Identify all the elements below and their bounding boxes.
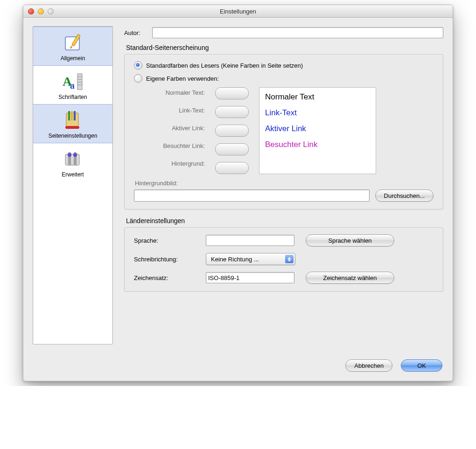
sidebar-item-label: Seiteneinstellungen <box>35 133 111 139</box>
sidebar-item-page-settings[interactable]: Seiteneinstellungen <box>33 104 112 143</box>
ok-button[interactable]: OK <box>401 359 442 372</box>
radio-icon <box>134 61 142 70</box>
svg-text:a: a <box>70 80 75 91</box>
color-well-normal[interactable] <box>215 87 249 99</box>
radio-reader-colors[interactable]: Standardfarben des Lesers (Keine Farben … <box>134 61 434 70</box>
sidebar-item-fonts[interactable]: A a Schriftarten <box>33 66 112 104</box>
preview-visited: Besuchter Link <box>265 140 370 149</box>
language-input[interactable] <box>206 235 294 246</box>
color-well-active[interactable] <box>215 125 249 137</box>
zoom-icon[interactable] <box>48 8 54 14</box>
compose-icon <box>35 32 111 54</box>
appearance-group-title: Standard-Seitenerscheinung <box>126 44 443 51</box>
color-label-background: Hintergrund: <box>144 158 205 169</box>
color-preview: Normaler Text Link-Text Aktiver Link Bes… <box>259 87 376 174</box>
cancel-button[interactable]: Abbrechen <box>345 359 392 372</box>
svg-rect-15 <box>65 154 79 165</box>
advanced-icon <box>35 148 111 170</box>
preferences-window: Einstellungen Allgemein A a <box>23 5 453 381</box>
color-well-visited[interactable] <box>215 143 249 155</box>
svg-rect-11 <box>68 111 70 120</box>
radio-label: Standardfarben des Lesers (Keine Farben … <box>146 62 303 69</box>
radio-icon <box>134 74 142 83</box>
svg-rect-12 <box>71 111 73 120</box>
sidebar-item-general[interactable]: Allgemein <box>33 27 112 66</box>
chevron-updown-icon <box>285 255 294 263</box>
bg-image-label: Hintergrundbild: <box>135 180 434 187</box>
color-well-link[interactable] <box>215 106 249 118</box>
direction-popup[interactable]: Keine Richtung ... <box>206 253 295 265</box>
charset-input[interactable] <box>206 272 294 283</box>
sidebar-item-label: Allgemein <box>35 55 111 62</box>
appearance-group: Standardfarben des Lesers (Keine Farben … <box>124 54 443 210</box>
choose-language-button[interactable]: Sprache wählen <box>306 234 394 246</box>
svg-rect-5 <box>77 74 82 90</box>
minimize-icon[interactable] <box>38 8 44 14</box>
language-label: Sprache: <box>134 237 199 244</box>
color-label-active: Aktiver Link: <box>144 123 205 134</box>
svg-rect-13 <box>74 111 76 120</box>
radio-label: Eigene Farben verwenden: <box>146 75 219 82</box>
direction-value: Keine Richtung ... <box>211 256 259 263</box>
locale-group-title: Ländereinstellungen <box>126 217 443 224</box>
svg-rect-14 <box>65 126 79 129</box>
main-panel: Autor: Standard-Seitenerscheinung Standa… <box>124 26 443 292</box>
preview-normal: Normaler Text <box>265 92 370 102</box>
dialog-footer: Abbrechen OK <box>23 352 453 381</box>
author-label: Autor: <box>124 29 147 36</box>
sidebar-item-label: Erweitert <box>35 171 111 178</box>
sidebar-item-advanced[interactable]: Erweitert <box>33 143 112 182</box>
sidebar-item-label: Schriftarten <box>35 94 111 100</box>
color-label-link: Link-Text: <box>144 105 205 116</box>
browse-button[interactable]: Durchsuchen... <box>375 189 434 202</box>
radio-custom-colors[interactable]: Eigene Farben verwenden: <box>134 74 434 83</box>
color-label-visited: Besuchter Link: <box>144 140 205 152</box>
author-input[interactable] <box>152 27 443 38</box>
svg-point-18 <box>68 153 71 157</box>
titlebar: Einstellungen <box>23 5 453 18</box>
svg-point-19 <box>73 153 77 157</box>
window-controls <box>28 8 54 14</box>
choose-charset-button[interactable]: Zeichensatz wählen <box>306 272 394 284</box>
color-well-background[interactable] <box>215 162 249 174</box>
sidebar: Allgemein A a Schriftarten <box>33 26 113 344</box>
bg-image-input[interactable] <box>134 189 370 202</box>
locale-group: Sprache: Sprache wählen Schreibrichtung:… <box>124 227 443 292</box>
window-title: Einstellungen <box>23 8 453 15</box>
charset-label: Zeichensatz: <box>134 274 199 281</box>
page-settings-icon <box>35 109 111 132</box>
preview-active: Aktiver Link <box>265 124 370 133</box>
color-label-normal: Normaler Text: <box>144 87 205 98</box>
close-icon[interactable] <box>28 8 34 14</box>
direction-label: Schreibrichtung: <box>134 256 199 263</box>
preview-link: Link-Text <box>265 108 370 118</box>
fonts-icon: A a <box>35 70 111 93</box>
